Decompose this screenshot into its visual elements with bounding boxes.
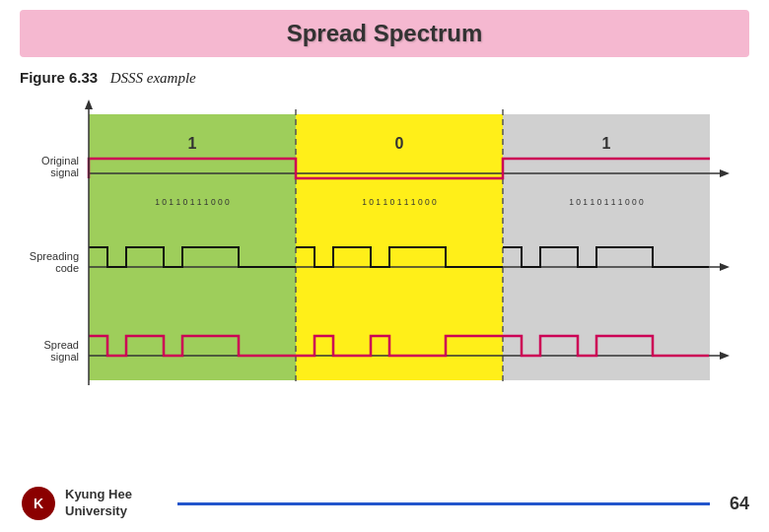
- footer-divider: [177, 502, 710, 505]
- figure-title: DSSS example: [110, 70, 196, 86]
- svg-text:K: K: [34, 496, 43, 511]
- bit-label-0-mid: 0: [395, 135, 404, 152]
- page-title: Spread Spectrum: [20, 20, 749, 47]
- footer: K Kyung Hee University 64: [0, 485, 769, 522]
- title-bar: Spread Spectrum: [20, 10, 749, 57]
- logo-area: K Kyung Hee University: [20, 485, 168, 522]
- spread-signal-label: Spread: [44, 339, 79, 351]
- chips-mid: 1 0 1 1 0 1 1 1 0 0 0: [362, 197, 437, 207]
- svg-marker-12: [85, 100, 93, 109]
- figure-caption: Figure 6.33 DSSS example: [20, 69, 749, 87]
- university-logo: K: [20, 485, 57, 522]
- university-name: Kyung Hee University: [65, 487, 132, 520]
- dsss-diagram: 1 0 1 Original signal 1 0 1 1 0 1 1 1 0 …: [20, 95, 749, 400]
- svg-marker-10: [720, 352, 730, 360]
- page-number: 64: [720, 494, 749, 514]
- chips-right: 1 0 1 1 0 1 1 1 0 0 0: [569, 197, 644, 207]
- diagram-area: 1 0 1 Original signal 1 0 1 1 0 1 1 1 0 …: [20, 95, 749, 400]
- svg-marker-8: [720, 263, 730, 271]
- bit-label-1-left: 1: [188, 135, 197, 152]
- svg-marker-6: [720, 169, 730, 177]
- chips-left: 1 0 1 1 0 1 1 1 0 0 0: [155, 197, 230, 207]
- original-signal-label2: signal: [50, 166, 79, 178]
- spreading-code-label2: code: [55, 262, 79, 274]
- bit-label-1-right: 1: [602, 135, 611, 152]
- figure-label: Figure 6.33: [20, 69, 98, 86]
- spreading-code-label: Spreading: [30, 250, 79, 262]
- spread-signal-label2: signal: [50, 351, 79, 363]
- original-signal-label: Original: [41, 155, 79, 166]
